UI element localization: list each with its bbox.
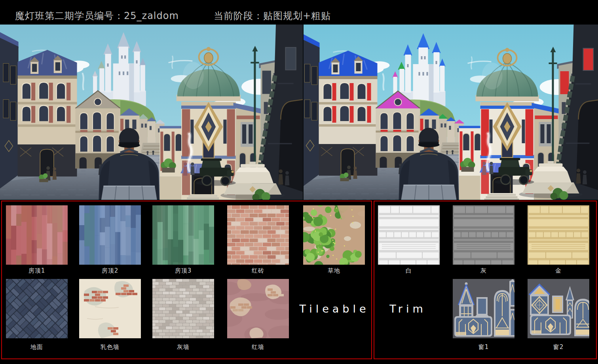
- texture-label-roof2: 房顶2: [79, 267, 141, 275]
- texture-label-redbrick: 红砖: [227, 267, 289, 275]
- texture-image-window1: [453, 279, 514, 338]
- texture-label-redwall: 红墙: [227, 343, 289, 351]
- texture-cell-roof3: 房顶3: [152, 205, 214, 275]
- texture-cell-roof1: 房顶1: [6, 205, 68, 275]
- scene-textured-blockout: [303, 25, 598, 200]
- texture-image-grass: [303, 205, 365, 265]
- texture-image-roof1: [6, 205, 68, 265]
- texture-label-roof1: 房顶1: [6, 267, 68, 275]
- texture-label-graywall: 灰墙: [152, 343, 214, 351]
- texture-cell-gray-trim: 灰: [453, 205, 514, 275]
- texture-label-gold-trim: 金: [528, 267, 589, 275]
- texture-cell-grass: 草地: [303, 205, 365, 275]
- texture-cell-window2: 窗2: [528, 279, 589, 351]
- texture-label-white-trim: 白: [378, 267, 440, 275]
- texture-label-window1: 窗1: [453, 343, 514, 351]
- tileable-panel-title: Tileable: [301, 279, 368, 338]
- texture-label-gray-trim: 灰: [453, 267, 514, 275]
- texture-cell-graywall: 灰墙: [152, 279, 214, 351]
- tileable-texture-panel: 房顶1 房顶2 房顶3 红砖 草地 地面 乳色墙 灰墙: [1, 201, 372, 359]
- texture-cell-gold-trim: 金: [528, 205, 589, 275]
- texture-image-roof2: [79, 205, 141, 265]
- presentation-sheet: 魔灯班第二期学员编号：25_zaldom 当前阶段：贴图规划+粗贴: [0, 0, 598, 364]
- texture-image-window2: [528, 279, 589, 338]
- texture-label-ground: 地面: [6, 343, 68, 351]
- current-stage-label: 当前阶段：贴图规划+粗贴: [214, 9, 331, 22]
- scene-comparison: [0, 25, 598, 200]
- trim-panel-title: Trim: [374, 279, 442, 338]
- texture-cell-window1: 窗1: [453, 279, 514, 351]
- texture-cell-white-trim: 白: [378, 205, 440, 275]
- header-bar: 魔灯班第二期学员编号：25_zaldom 当前阶段：贴图规划+粗贴: [0, 0, 598, 25]
- texture-cell-roof2: 房顶2: [79, 205, 141, 275]
- texture-image-gray-trim: [453, 205, 514, 265]
- texture-label-grass: 草地: [303, 267, 365, 275]
- texture-image-creamwall: [79, 279, 141, 338]
- texture-image-redwall: [227, 279, 289, 338]
- texture-cell-ground: 地面: [6, 279, 68, 351]
- texture-label-roof3: 房顶3: [152, 267, 214, 275]
- texture-image-roof3: [152, 205, 214, 265]
- student-id-label: 魔灯班第二期学员编号：25_zaldom: [15, 9, 179, 22]
- texture-cell-creamwall: 乳色墙: [79, 279, 141, 351]
- texture-image-redbrick: [227, 205, 289, 265]
- texture-cell-redwall: 红墙: [227, 279, 289, 351]
- texture-label-window2: 窗2: [528, 343, 589, 351]
- texture-image-ground: [6, 279, 68, 338]
- trim-texture-panel: 白 灰 金 Trim 窗1 窗2: [374, 201, 597, 359]
- scene-original-concept: [0, 25, 303, 200]
- texture-image-graywall: [152, 279, 214, 338]
- texture-image-white-trim: [378, 205, 440, 265]
- texture-cell-redbrick: 红砖: [227, 205, 289, 275]
- texture-label-creamwall: 乳色墙: [79, 343, 141, 351]
- texture-image-gold-trim: [528, 205, 589, 265]
